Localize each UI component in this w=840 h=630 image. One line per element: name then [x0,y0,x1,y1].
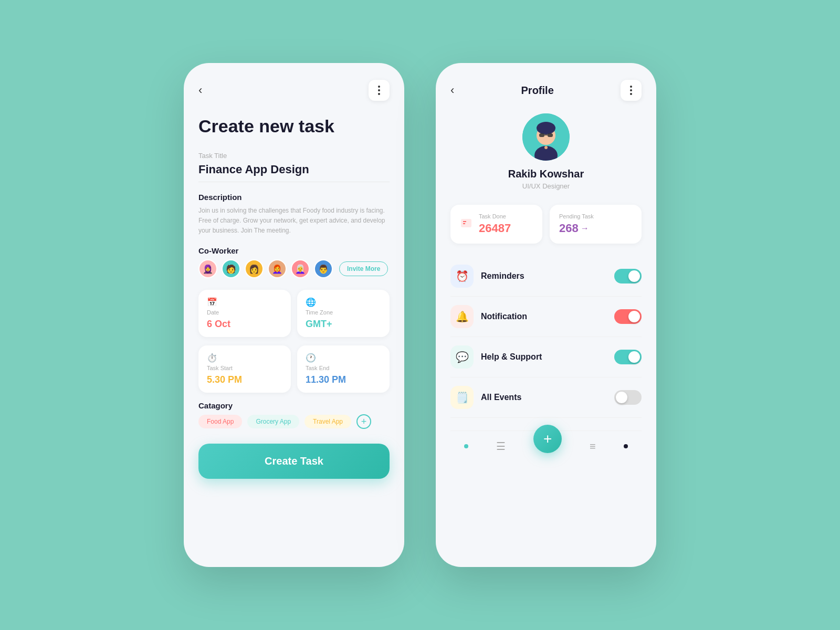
category-label: Catagory [198,401,390,410]
task-end-card[interactable]: 🕐 Task End 11.30 PM [297,345,390,393]
task-start-label: Task Start [207,365,282,371]
task-start-value: 5.30 PM [207,374,282,385]
timezone-card[interactable]: 🌐 Time Zone GMT+ [297,290,390,337]
pending-task-card: Pending Task 268 → [550,205,642,244]
tag-food-app[interactable]: Food App [198,415,242,428]
add-tag-button[interactable]: + [356,414,371,429]
nav-profile-dot[interactable] [624,444,628,448]
help-support-toggle[interactable] [614,350,642,364]
coworker-label: Co-Worker [198,246,390,255]
task-done-value: 26487 [479,222,511,235]
svg-rect-4 [539,133,544,137]
pending-task-label: Pending Task [559,213,594,219]
avatar-5: 👩‍🦳 [291,259,310,278]
toggle-list: ⏰ Reminders 🔔 Notification 💬 Help & [450,256,642,418]
svg-rect-8 [461,219,471,227]
all-events-icon: 🗒️ [456,391,469,404]
profile-center: Rakib Kowshar UI/UX Designer [450,113,642,190]
tag-travel-app[interactable]: Travel App [304,415,351,428]
category-section: Catagory Food App Grocery App Travel App… [198,401,390,429]
create-task-button[interactable]: Create Task [198,444,390,479]
svg-point-3 [537,122,555,134]
dots-icon-right [630,86,632,95]
toggle-item-help-support: 💬 Help & Support [450,337,642,377]
svg-point-7 [544,146,548,149]
invite-more-button[interactable]: Invite More [339,261,388,276]
toggle-item-notification: 🔔 Notification [450,297,642,337]
timezone-label: Time Zone [306,309,381,316]
left-phone: ‹ Create new task Task Title Finance App… [184,63,404,567]
dots-icon [378,86,380,95]
help-support-icon: 💬 [456,351,469,363]
avatar-4: 👩‍🦰 [268,259,287,278]
category-tags: Food App Grocery App Travel App + [198,414,390,429]
more-options-button-left[interactable] [369,80,390,101]
reminders-icon-box: ⏰ [450,265,474,288]
notification-label: Notification [481,312,527,321]
pending-task-value: 268 [559,222,579,235]
nav-list-icon[interactable]: ☰ [496,440,506,453]
task-done-icon [460,217,472,232]
all-events-icon-box: 🗒️ [450,386,474,409]
profile-name: Rakib Kowshar [508,168,584,180]
info-cards-row2: ⏱️ Task Start 5.30 PM 🕐 Task End 11.30 P… [198,345,390,393]
notification-toggle[interactable] [614,309,642,324]
date-value: 6 Oct [207,319,282,330]
stats-row: Task Done 26487 Pending Task 268 → [450,205,642,244]
avatar-6: 👨 [314,259,333,278]
pending-arrow-icon: → [581,224,589,233]
reminders-label: Reminders [481,271,524,281]
timezone-icon: 🌐 [306,297,381,307]
nav-home-dot[interactable] [464,444,468,448]
reminders-icon: ⏰ [456,270,469,282]
info-cards-row1: 📅 Date 6 Oct 🌐 Time Zone GMT+ [198,290,390,337]
right-phone: ‹ Profile [436,63,656,567]
task-title-value: Finance App Design [198,163,390,182]
all-events-label: All Events [481,393,521,402]
task-done-label: Task Done [479,213,511,219]
page-title: Create new task [198,116,390,137]
avatar-2: 🧑 [222,259,240,278]
task-done-card: Task Done 26487 [450,205,542,244]
reminders-toggle[interactable] [614,269,642,284]
svg-rect-5 [548,133,553,137]
back-button-left[interactable]: ‹ [198,83,202,97]
profile-role: UI/UX Designer [522,182,570,190]
task-end-value: 11.30 PM [306,374,381,385]
date-label: Date [207,309,282,316]
top-nav-right: ‹ Profile [450,80,642,101]
avatar-illustration [522,113,570,161]
back-button-right[interactable]: ‹ [450,83,454,97]
task-end-label: Task End [306,365,381,371]
top-nav-left: ‹ [198,80,390,101]
task-end-icon: 🕐 [306,353,381,363]
description-label: Description [198,193,390,202]
task-start-icon: ⏱️ [207,353,282,363]
tag-grocery-app[interactable]: Grocery App [247,415,299,428]
timezone-value: GMT+ [306,319,381,330]
toggle-item-reminders: ⏰ Reminders [450,256,642,297]
toggle-item-all-events: 🗒️ All Events [450,377,642,418]
notification-icon: 🔔 [456,310,469,323]
task-start-card[interactable]: ⏱️ Task Start 5.30 PM [198,345,291,393]
bottom-nav: ☰ + ≡ [450,430,642,453]
date-icon: 📅 [207,297,282,307]
profile-title: Profile [521,85,554,97]
more-options-button-right[interactable] [621,80,642,101]
profile-avatar [522,113,570,161]
help-support-label: Help & Support [481,352,542,362]
coworker-row: 🧕 🧑 👩 👩‍🦰 👩‍🦳 👨 Invite More [198,259,390,278]
avatar-3: 👩 [245,259,264,278]
task-title-label: Task Title [198,152,390,160]
fab-add-button[interactable]: + [533,425,562,453]
description-text: Join us in solving the challenges that F… [198,206,390,236]
avatar-1: 🧕 [198,259,217,278]
nav-menu-icon[interactable]: ≡ [590,440,596,453]
all-events-toggle[interactable] [614,390,642,405]
date-card[interactable]: 📅 Date 6 Oct [198,290,291,337]
help-support-icon-box: 💬 [450,345,474,369]
notification-icon-box: 🔔 [450,305,474,328]
